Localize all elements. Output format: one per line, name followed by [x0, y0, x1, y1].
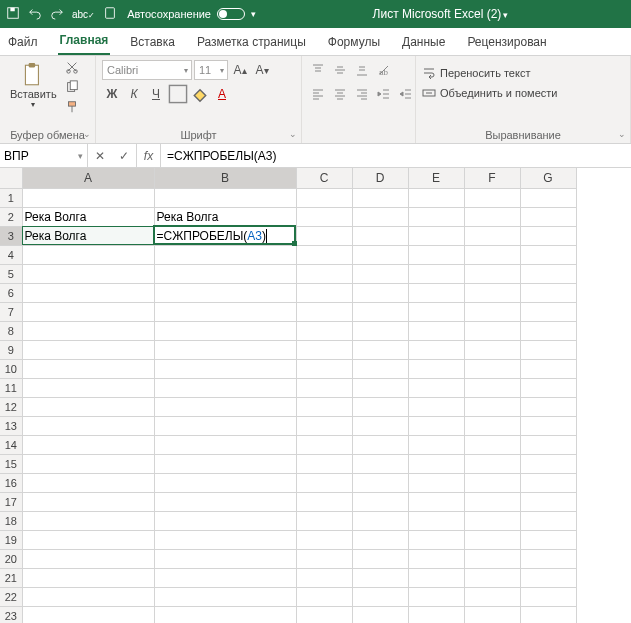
cell-D13[interactable]	[352, 417, 408, 436]
cell-C19[interactable]	[296, 531, 352, 550]
column-header-C[interactable]: C	[296, 168, 352, 189]
cell-B12[interactable]	[154, 398, 296, 417]
format-painter-icon[interactable]	[65, 100, 79, 116]
select-all-corner[interactable]	[0, 168, 22, 189]
row-header-17[interactable]: 17	[0, 493, 22, 512]
cell-D1[interactable]	[352, 189, 408, 208]
cell-C6[interactable]	[296, 284, 352, 303]
row-header-22[interactable]: 22	[0, 588, 22, 607]
row-header-13[interactable]: 13	[0, 417, 22, 436]
row-header-6[interactable]: 6	[0, 284, 22, 303]
cell-B14[interactable]	[154, 436, 296, 455]
cell-G10[interactable]	[520, 360, 576, 379]
cell-D15[interactable]	[352, 455, 408, 474]
row-header-12[interactable]: 12	[0, 398, 22, 417]
cell-B17[interactable]	[154, 493, 296, 512]
bold-button[interactable]: Ж	[102, 84, 122, 104]
row-header-4[interactable]: 4	[0, 246, 22, 265]
cell-E20[interactable]	[408, 550, 464, 569]
formula-input[interactable]: =СЖПРОБЕЛЫ(A3)	[161, 144, 631, 167]
autosave-toggle[interactable]: Автосохранение ▾	[127, 8, 256, 20]
toggle-switch-icon[interactable]	[217, 8, 245, 20]
cell-A1[interactable]	[22, 189, 154, 208]
cell-B6[interactable]	[154, 284, 296, 303]
cell-C5[interactable]	[296, 265, 352, 284]
cell-D7[interactable]	[352, 303, 408, 322]
cell-G18[interactable]	[520, 512, 576, 531]
cell-B21[interactable]	[154, 569, 296, 588]
cell-G8[interactable]	[520, 322, 576, 341]
cell-D10[interactable]	[352, 360, 408, 379]
cell-E10[interactable]	[408, 360, 464, 379]
decrease-indent-icon[interactable]	[374, 84, 394, 104]
cell-A22[interactable]	[22, 588, 154, 607]
cell-C21[interactable]	[296, 569, 352, 588]
cell-F8[interactable]	[464, 322, 520, 341]
italic-button[interactable]: К	[124, 84, 144, 104]
cell-A12[interactable]	[22, 398, 154, 417]
cell-B4[interactable]	[154, 246, 296, 265]
cell-B9[interactable]	[154, 341, 296, 360]
orientation-icon[interactable]: ab	[374, 60, 394, 80]
cell-A11[interactable]	[22, 379, 154, 398]
copy-icon[interactable]	[65, 80, 79, 96]
increase-font-icon[interactable]: A▴	[230, 60, 250, 80]
cell-F9[interactable]	[464, 341, 520, 360]
paste-button[interactable]: Вставить ▾	[6, 60, 61, 111]
cell-F11[interactable]	[464, 379, 520, 398]
cell-E19[interactable]	[408, 531, 464, 550]
cell-A14[interactable]	[22, 436, 154, 455]
cell-F1[interactable]	[464, 189, 520, 208]
cell-G7[interactable]	[520, 303, 576, 322]
border-icon[interactable]	[168, 84, 188, 104]
cell-B20[interactable]	[154, 550, 296, 569]
cell-E7[interactable]	[408, 303, 464, 322]
decrease-font-icon[interactable]: A▾	[252, 60, 272, 80]
cell-B13[interactable]	[154, 417, 296, 436]
cell-E11[interactable]	[408, 379, 464, 398]
row-header-8[interactable]: 8	[0, 322, 22, 341]
cell-B18[interactable]	[154, 512, 296, 531]
cell-B15[interactable]	[154, 455, 296, 474]
cell-D23[interactable]	[352, 607, 408, 624]
cell-A10[interactable]	[22, 360, 154, 379]
tab-formulas[interactable]: Формулы	[326, 31, 382, 55]
touch-mode-icon[interactable]	[103, 6, 117, 22]
cell-C3[interactable]	[296, 227, 352, 246]
tab-layout[interactable]: Разметка страницы	[195, 31, 308, 55]
cell-F2[interactable]	[464, 208, 520, 227]
font-name-combo[interactable]: Calibri	[102, 60, 192, 80]
cell-C17[interactable]	[296, 493, 352, 512]
cell-E9[interactable]	[408, 341, 464, 360]
cell-A8[interactable]	[22, 322, 154, 341]
cell-F4[interactable]	[464, 246, 520, 265]
cell-F18[interactable]	[464, 512, 520, 531]
cell-D3[interactable]	[352, 227, 408, 246]
cell-D11[interactable]	[352, 379, 408, 398]
row-header-14[interactable]: 14	[0, 436, 22, 455]
font-size-combo[interactable]: 11	[194, 60, 228, 80]
cell-D20[interactable]	[352, 550, 408, 569]
cell-A3[interactable]: Река Волга	[22, 227, 154, 246]
cell-B3[interactable]: =СЖПРОБЕЛЫ(A3)	[154, 227, 296, 246]
enter-formula-icon[interactable]: ✓	[112, 149, 136, 163]
cell-F7[interactable]	[464, 303, 520, 322]
row-header-21[interactable]: 21	[0, 569, 22, 588]
cell-B5[interactable]	[154, 265, 296, 284]
column-header-F[interactable]: F	[464, 168, 520, 189]
cell-F23[interactable]	[464, 607, 520, 624]
cell-E3[interactable]	[408, 227, 464, 246]
align-right-icon[interactable]	[352, 84, 372, 104]
cell-E8[interactable]	[408, 322, 464, 341]
cell-A6[interactable]	[22, 284, 154, 303]
row-header-15[interactable]: 15	[0, 455, 22, 474]
cell-B23[interactable]	[154, 607, 296, 624]
cell-D5[interactable]	[352, 265, 408, 284]
cell-B2[interactable]: Река Волга	[154, 208, 296, 227]
cell-G16[interactable]	[520, 474, 576, 493]
cell-C23[interactable]	[296, 607, 352, 624]
align-bottom-icon[interactable]	[352, 60, 372, 80]
tab-file[interactable]: Файл	[6, 31, 40, 55]
cell-D14[interactable]	[352, 436, 408, 455]
cell-F13[interactable]	[464, 417, 520, 436]
